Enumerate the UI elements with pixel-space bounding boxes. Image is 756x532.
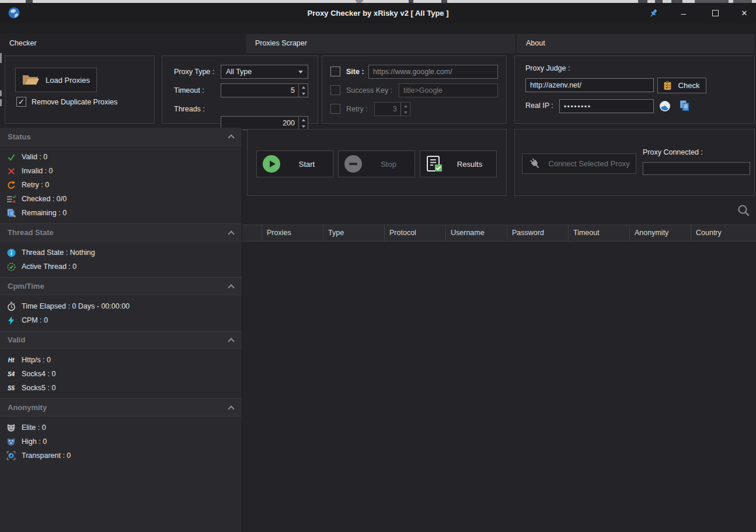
remove-duplicates-checkbox[interactable]: ✓ bbox=[16, 97, 26, 107]
status-item-checked: Checked : 0/0 bbox=[0, 192, 242, 206]
proxy-judge-field[interactable] bbox=[525, 78, 654, 92]
https-item: Ht Http/s : 0 bbox=[0, 353, 242, 367]
remaining-count-label: Remaining : 0 bbox=[22, 209, 67, 217]
pin-icon[interactable] bbox=[642, 3, 665, 23]
anonymity-items: Elite : 0 High : 0 bbox=[0, 416, 242, 466]
retry-stepper[interactable] bbox=[374, 102, 410, 116]
tab-about[interactable]: About bbox=[517, 34, 756, 53]
transparent-eye-icon bbox=[5, 451, 17, 460]
column-header-type[interactable]: Type bbox=[323, 225, 385, 241]
site-checkbox[interactable] bbox=[330, 66, 340, 76]
remove-duplicates-row: ✓ Remove Duplicate Proxies bbox=[16, 97, 117, 107]
high-mask-icon bbox=[5, 437, 17, 446]
http-glyph-icon: Ht bbox=[5, 357, 17, 363]
start-button[interactable]: Start bbox=[256, 150, 333, 177]
retry-checkbox[interactable] bbox=[330, 104, 340, 114]
section-header-status[interactable]: Status bbox=[0, 128, 242, 146]
spinner-arrows-icon[interactable] bbox=[298, 84, 308, 97]
success-key-field[interactable] bbox=[399, 83, 498, 97]
proxy-judge-input[interactable] bbox=[525, 78, 654, 92]
status-item-invalid: Invalid : 0 bbox=[0, 164, 242, 178]
retry-count-label: Retry : 0 bbox=[22, 181, 49, 189]
threads-label: Threads : bbox=[174, 105, 205, 113]
high-item: High : 0 bbox=[0, 435, 242, 449]
column-header-timeout[interactable]: Timeout bbox=[569, 225, 630, 241]
column-header-protocol[interactable]: Protocol bbox=[385, 225, 446, 241]
minimize-button[interactable]: – bbox=[672, 3, 695, 23]
results-list-icon bbox=[426, 155, 443, 173]
spinner-arrows-icon[interactable] bbox=[298, 117, 308, 130]
tab-checker[interactable]: Checker bbox=[0, 34, 246, 53]
chevron-up-icon[interactable] bbox=[228, 284, 234, 290]
maximize-button[interactable] bbox=[703, 3, 727, 23]
site-field[interactable] bbox=[368, 65, 498, 79]
section-header-cpm-time[interactable]: Cpm/Time bbox=[0, 277, 242, 295]
thread-state-items: Thread State : Nothing Active Thread : 0 bbox=[0, 242, 242, 277]
transparent-item: Transparent : 0 bbox=[0, 449, 242, 463]
anonymity-header-label: Anonymity bbox=[8, 403, 47, 412]
real-ip-field[interactable] bbox=[559, 99, 654, 113]
active-thread-count-label: Active Thread : 0 bbox=[22, 262, 76, 271]
background-window-edge bbox=[0, 90, 2, 96]
chevron-down-icon bbox=[298, 71, 303, 74]
check-button[interactable]: Check bbox=[657, 78, 706, 93]
copy-icon[interactable] bbox=[679, 100, 690, 111]
column-header-password[interactable]: Password bbox=[507, 225, 569, 241]
column-header-proxies[interactable]: Proxies bbox=[262, 225, 323, 241]
chevron-up-icon[interactable] bbox=[228, 338, 234, 344]
info-icon bbox=[5, 249, 17, 257]
stop-button[interactable]: Stop bbox=[338, 150, 415, 177]
spinner-arrows-icon[interactable] bbox=[400, 103, 410, 116]
elite-count-label: Elite : 0 bbox=[22, 424, 46, 432]
eye-icon[interactable] bbox=[659, 100, 671, 113]
x-icon bbox=[5, 167, 17, 175]
tab-proxies-scraper[interactable]: Proxies Scraper bbox=[246, 34, 517, 53]
socks5-glyph-icon: S5 bbox=[5, 385, 17, 391]
background-window-edge bbox=[0, 53, 2, 63]
column-header-anonymity[interactable]: Anonymity bbox=[630, 225, 691, 241]
section-header-valid[interactable]: Valid bbox=[0, 331, 242, 349]
results-button[interactable]: Results bbox=[420, 150, 497, 177]
close-button[interactable]: ✕ bbox=[733, 3, 756, 23]
connect-selected-proxy-button[interactable]: Connect Selected Proxy bbox=[522, 153, 636, 174]
section-header-thread-state[interactable]: Thread State bbox=[0, 223, 242, 242]
proxy-type-select[interactable]: All Type bbox=[221, 65, 308, 79]
title-bar-extension bbox=[0, 23, 756, 34]
site-label: Site : bbox=[346, 68, 364, 76]
site-panel: Site : Success Key : Retry : bbox=[322, 55, 507, 124]
elite-mask-icon bbox=[5, 423, 17, 432]
real-ip-input[interactable] bbox=[559, 99, 654, 113]
load-proxies-button[interactable]: Load Proxies bbox=[15, 68, 97, 92]
cpm-item: CPM : 0 bbox=[0, 313, 242, 327]
column-header-select[interactable] bbox=[242, 225, 262, 241]
run-controls-panel: Start Stop Results bbox=[247, 129, 507, 196]
valid-protocol-items: Ht Http/s : 0 S4 Socks4 : 0 S5 Socks5 : … bbox=[0, 349, 242, 398]
timeout-stepper[interactable] bbox=[221, 83, 308, 97]
cpm-time-items: Time Elapsed : 0 Days - 00:00:00 CPM : 0 bbox=[0, 295, 242, 331]
proxy-connected-input[interactable] bbox=[643, 162, 750, 175]
success-key-input[interactable] bbox=[399, 83, 498, 97]
magnifier-icon[interactable] bbox=[736, 203, 751, 218]
status-items: Valid : 0 Invalid : 0 Retry : 0 bbox=[0, 146, 242, 223]
thread-state-value-label: Thread State : Nothing bbox=[22, 249, 95, 257]
proxy-judge-panel: Proxy Judge : Check Real IP : bbox=[514, 55, 755, 124]
chevron-up-icon[interactable] bbox=[228, 230, 234, 237]
invalid-count-label: Invalid : 0 bbox=[22, 167, 53, 175]
status-header-label: Status bbox=[8, 132, 31, 141]
start-button-label: Start bbox=[281, 160, 333, 169]
chevron-up-icon[interactable] bbox=[228, 134, 234, 141]
socks5-count-label: Socks5 : 0 bbox=[22, 384, 55, 392]
checkbox-tick: ✓ bbox=[18, 98, 25, 106]
section-header-anonymity[interactable]: Anonymity bbox=[0, 398, 242, 416]
active-thread-icon bbox=[5, 262, 17, 271]
column-header-country[interactable]: Country bbox=[691, 225, 756, 241]
chevron-up-icon[interactable] bbox=[228, 405, 234, 412]
status-item-remaining: Remaining : 0 bbox=[0, 206, 242, 220]
bolt-icon bbox=[5, 316, 17, 325]
timeout-input[interactable] bbox=[221, 83, 308, 97]
column-header-username[interactable]: Username bbox=[446, 225, 507, 241]
success-key-checkbox[interactable] bbox=[330, 85, 340, 95]
proxy-connected-field[interactable] bbox=[643, 162, 750, 175]
valid-count-label: Valid : 0 bbox=[22, 153, 47, 161]
site-input[interactable] bbox=[368, 65, 498, 79]
